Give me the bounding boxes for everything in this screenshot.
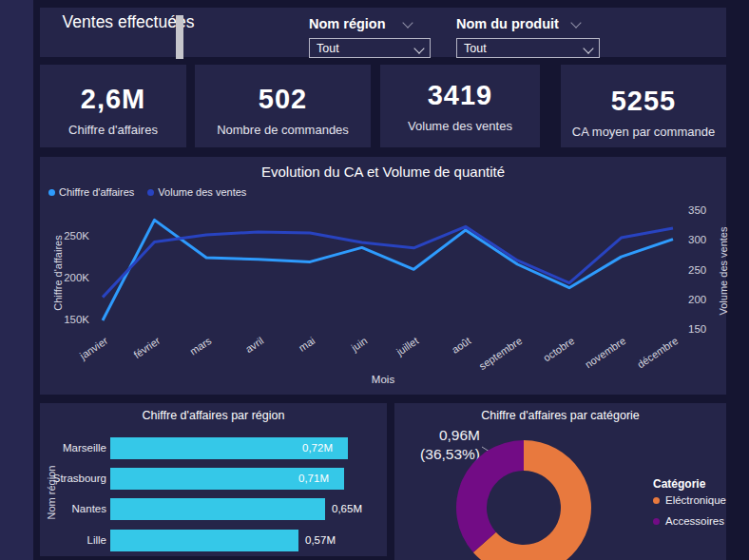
line-chart-card: Evolution du CA et Volume de quantité Ch…: [40, 157, 726, 395]
bar-value-nantes: 0,65M: [332, 503, 362, 514]
kpi-card-orders: 502 Nombre de commandes: [195, 65, 371, 147]
bar-category-label-lille: Lille: [40, 534, 106, 546]
kpi-volume-value: 3419: [380, 80, 540, 111]
kpi-volume-label: Volume des ventes: [380, 119, 540, 133]
donut-slice-accessoires[interactable]: [456, 440, 524, 552]
x-axis-title: Mois: [40, 374, 726, 385]
product-dropdown-chevron-icon: [583, 43, 593, 53]
kpi-card-volume: 3419 Volume des ventes: [380, 65, 540, 147]
series-line-chiffre-d-affaires[interactable]: [103, 220, 673, 320]
kpi-avg-order-value: 5255: [561, 86, 726, 117]
legend-label-electronique: Eléctronique: [665, 494, 726, 506]
region-filter-dropdown[interactable]: Tout: [309, 38, 431, 58]
bar-rows: Marseille0,72MStrasbourg0,71MNantes0,65M…: [40, 403, 387, 556]
donut-legend: EléctroniqueAccessoires: [653, 494, 726, 536]
kpi-avg-order-label: CA moyen par commande: [561, 125, 726, 139]
product-filter-value: Tout: [464, 42, 487, 55]
product-filter-label: Nom du produit: [456, 16, 559, 31]
kpi-revenue-label: Chiffre d'affaires: [40, 123, 186, 137]
textbox-scrollbar[interactable]: [176, 15, 183, 59]
region-filter-collapse-chevron-icon[interactable]: [402, 17, 413, 28]
bar-category-label-marseille: Marseille: [40, 442, 106, 454]
powerbi-sales-dashboard: { "header": { "title": "Ventes effectuée…: [0, 0, 749, 560]
legend-dot-accessoires-icon: [653, 518, 660, 525]
canvas-left-strip: [0, 0, 33, 560]
bar-lille[interactable]: [110, 530, 298, 551]
donut-legend-item-accessoires[interactable]: Accessoires: [653, 515, 726, 527]
bar-category-label-strasbourg: Strasbourg: [40, 473, 106, 484]
kpi-card-avg-order: 5255 CA moyen par commande: [561, 65, 726, 147]
product-filter-dropdown[interactable]: Tout: [456, 38, 600, 58]
legend-label-accessoires: Accessoires: [665, 515, 724, 527]
bar-nantes[interactable]: [110, 498, 325, 520]
kpi-revenue-value: 2,6M: [40, 84, 186, 115]
kpi-orders-label: Nombre de commandes: [195, 123, 371, 137]
kpi-card-revenue: 2,6M Chiffre d'affaires: [40, 65, 186, 147]
donut-legend-title: Catégorie: [653, 477, 705, 491]
bar-value-strasbourg: 0,71M: [298, 473, 329, 484]
region-filter-label: Nom région: [309, 16, 386, 31]
donut-legend-item-electronique[interactable]: Eléctronique: [653, 494, 726, 506]
series-line-volume-des-ventes[interactable]: [103, 226, 673, 297]
line-plot-area: [40, 157, 726, 395]
bar-category-label-nantes: Nantes: [40, 503, 106, 514]
header-card: Ventes effectuées Nom région Tout Nom du…: [40, 8, 726, 57]
legend-dot-electronique-icon: [653, 497, 660, 504]
donut-chart-card: Chiffre d'affaires par catégorie 0,96M (…: [394, 403, 726, 560]
bar-value-lille: 0,57M: [305, 534, 336, 546]
bar-chart-card: Chiffre d'affaires par région Nom région…: [40, 403, 387, 556]
product-filter-collapse-chevron-icon[interactable]: [570, 17, 581, 28]
region-dropdown-chevron-icon: [413, 43, 424, 53]
region-filter-value: Tout: [317, 42, 339, 55]
bar-value-marseille: 0,72M: [302, 442, 333, 454]
kpi-orders-value: 502: [195, 84, 371, 115]
